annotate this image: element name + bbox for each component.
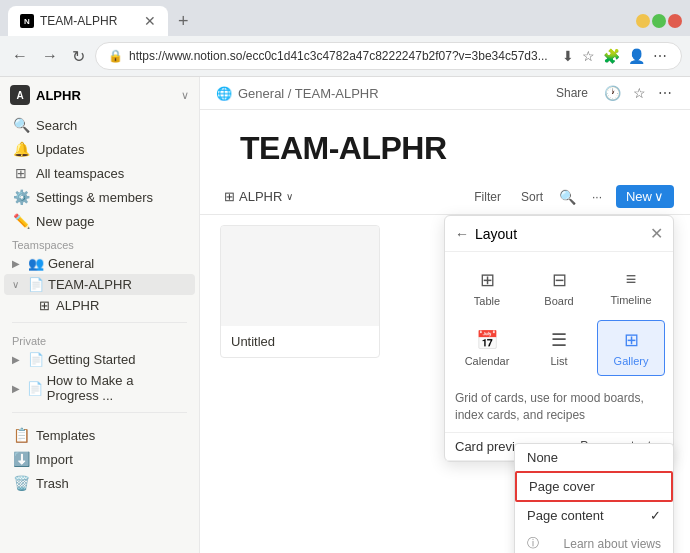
- sidebar-label-search: Search: [36, 118, 77, 133]
- general-icon: 👥: [28, 256, 44, 271]
- more-icon[interactable]: ⋯: [651, 46, 669, 66]
- workspace-header[interactable]: A ALPHR ∨: [0, 77, 199, 113]
- sidebar-item-search[interactable]: 🔍 Search: [4, 113, 195, 137]
- card-image: [221, 226, 379, 326]
- sidebar-label-settings: Settings & members: [36, 190, 153, 205]
- sidebar-item-new-page[interactable]: ✏️ New page: [4, 209, 195, 233]
- share-button[interactable]: Share: [550, 83, 594, 103]
- sidebar-label-alphr: ALPHR: [56, 298, 99, 313]
- sidebar-item-all-teamspaces[interactable]: ⊞ All teamspaces: [4, 161, 195, 185]
- sidebar-label-team-alphr: TEAM-ALPHR: [48, 277, 132, 292]
- more-toolbar-button[interactable]: ···: [586, 187, 608, 207]
- forward-button[interactable]: →: [38, 45, 62, 67]
- sidebar-label-general: General: [48, 256, 94, 271]
- dropdown-item-learn[interactable]: ⓘ Learn about views: [515, 529, 673, 553]
- layout-option-list[interactable]: ☰ List: [525, 320, 593, 376]
- layout-option-timeline[interactable]: ≡ Timeline: [597, 260, 665, 316]
- card-title: Untitled: [221, 326, 379, 357]
- tab-favicon: N: [20, 14, 34, 28]
- trash-icon: 🗑️: [12, 475, 30, 491]
- dropdown-item-none[interactable]: None: [515, 444, 673, 471]
- back-button[interactable]: ←: [8, 45, 32, 67]
- dropdown-item-page-content[interactable]: Page content ✓: [515, 502, 673, 529]
- new-button[interactable]: New ∨: [616, 185, 674, 208]
- tab-close-button[interactable]: ✕: [144, 14, 156, 28]
- dropdown-item-page-cover[interactable]: Page cover: [515, 471, 673, 502]
- new-button-label: New: [626, 189, 652, 204]
- panel-back-button[interactable]: ←: [455, 226, 469, 242]
- gallery-area: Untitled ← Layout ✕ ⊞ Table ⊟ Board: [200, 215, 690, 553]
- workspace-chevron-icon: ∨: [181, 89, 189, 102]
- page-cover-label: Page cover: [529, 479, 595, 494]
- updates-icon: 🔔: [12, 141, 30, 157]
- sidebar-item-team-alphr[interactable]: ∨ 📄 TEAM-ALPHR: [4, 274, 195, 295]
- active-tab[interactable]: N TEAM-ALPHR ✕: [8, 6, 168, 36]
- view-selector-button[interactable]: ⊞ ALPHR ∨: [216, 186, 301, 207]
- sidebar-item-trash[interactable]: 🗑️ Trash: [4, 471, 195, 495]
- sidebar-item-getting-started[interactable]: ▶ 📄 Getting Started: [4, 349, 195, 370]
- import-icon: ⬇️: [12, 451, 30, 467]
- search-db-icon[interactable]: 🔍: [557, 187, 578, 207]
- how-to-icon: 📄: [27, 381, 43, 396]
- layout-label-list: List: [550, 355, 567, 367]
- history-icon[interactable]: 🕐: [602, 83, 623, 103]
- page-header: 🌐 General / TEAM-ALPHR Share 🕐 ☆ ⋯: [200, 77, 690, 110]
- layout-option-table[interactable]: ⊞ Table: [453, 260, 521, 316]
- more-options-icon[interactable]: ⋯: [656, 83, 674, 103]
- star-icon[interactable]: ☆: [580, 46, 597, 66]
- page-content-label: Page content: [527, 508, 604, 523]
- layout-panel: ← Layout ✕ ⊞ Table ⊟ Board ≡ Timeli: [444, 215, 674, 462]
- private-nav: ▶ 📄 Getting Started ▶ 📄 How to Make a Pr…: [0, 349, 199, 406]
- url-bar[interactable]: 🔒 https://www.notion.so/ecc0c1d41c3c4782…: [95, 42, 682, 70]
- sidebar-item-import[interactable]: ⬇️ Import: [4, 447, 195, 471]
- new-tab-button[interactable]: +: [172, 9, 195, 34]
- sidebar-label-all-teamspaces: All teamspaces: [36, 166, 124, 181]
- extension-icon[interactable]: 🧩: [601, 46, 622, 66]
- sidebar-label-how-to: How to Make a Progress ...: [47, 373, 187, 403]
- sidebar-label-trash: Trash: [36, 476, 69, 491]
- sidebar-item-settings[interactable]: ⚙️ Settings & members: [4, 185, 195, 209]
- tab-bar: N TEAM-ALPHR ✕ +: [0, 0, 690, 36]
- reload-button[interactable]: ↻: [68, 45, 89, 68]
- sidebar-item-general[interactable]: ▶ 👥 General: [4, 253, 195, 274]
- app-layout: A ALPHR ∨ 🔍 Search 🔔 Updates ⊞ All teams…: [0, 77, 690, 553]
- close-button[interactable]: [668, 14, 682, 28]
- layout-option-calendar[interactable]: 📅 Calendar: [453, 320, 521, 376]
- address-bar: ← → ↻ 🔒 https://www.notion.so/ecc0c1d41c…: [0, 36, 690, 76]
- table-layout-icon: ⊞: [480, 269, 495, 291]
- layout-option-board[interactable]: ⊟ Board: [525, 260, 593, 316]
- favorite-icon[interactable]: ☆: [631, 83, 648, 103]
- sidebar-label-new-page: New page: [36, 214, 95, 229]
- layout-label-board: Board: [544, 295, 573, 307]
- layout-label-table: Table: [474, 295, 500, 307]
- team-alphr-icon: 📄: [28, 277, 44, 292]
- workspace-name: ALPHR: [36, 88, 175, 103]
- all-teamspaces-icon: ⊞: [12, 165, 30, 181]
- sidebar-divider: [12, 322, 187, 323]
- sidebar-bottom: 📋 Templates ⬇️ Import 🗑️ Trash: [0, 423, 199, 495]
- layout-options-grid: ⊞ Table ⊟ Board ≡ Timeline 📅 Calendar: [445, 252, 673, 384]
- getting-started-icon: 📄: [28, 352, 44, 367]
- gallery-card[interactable]: Untitled: [220, 225, 380, 358]
- dropdown-menu: None Page cover Page content ✓ ⓘ Learn a…: [514, 443, 674, 553]
- tree-arrow-ht-icon: ▶: [12, 383, 23, 394]
- maximize-button[interactable]: [652, 14, 666, 28]
- sidebar-item-templates[interactable]: 📋 Templates: [4, 423, 195, 447]
- lock-icon: 🔒: [108, 49, 123, 63]
- sidebar-item-how-to[interactable]: ▶ 📄 How to Make a Progress ...: [4, 370, 195, 406]
- panel-header: ← Layout ✕: [445, 216, 673, 252]
- layout-option-gallery[interactable]: ⊞ Gallery: [597, 320, 665, 376]
- sort-button[interactable]: Sort: [515, 187, 549, 207]
- sidebar-item-updates[interactable]: 🔔 Updates: [4, 137, 195, 161]
- minimize-button[interactable]: [636, 14, 650, 28]
- teamspaces-section-label: Teamspaces: [0, 233, 199, 253]
- filter-button[interactable]: Filter: [468, 187, 507, 207]
- layout-label-calendar: Calendar: [465, 355, 510, 367]
- profile-icon[interactable]: 👤: [626, 46, 647, 66]
- download-icon[interactable]: ⬇: [560, 46, 576, 66]
- settings-icon: ⚙️: [12, 189, 30, 205]
- panel-close-button[interactable]: ✕: [650, 224, 663, 243]
- database-toolbar: ⊞ ALPHR ∨ Filter Sort 🔍 ··· New ∨: [200, 179, 690, 215]
- sidebar-item-alphr[interactable]: ⊞ ALPHR: [4, 295, 195, 316]
- panel-title: Layout: [475, 226, 650, 242]
